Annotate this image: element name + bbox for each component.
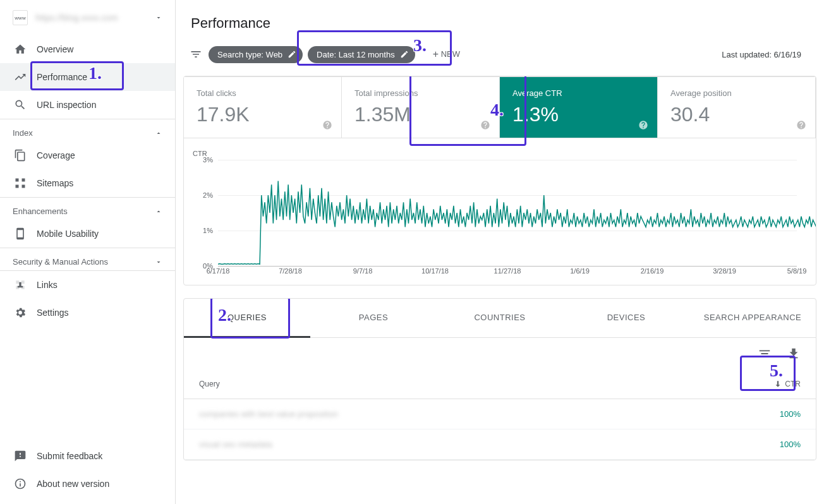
ctr-chart: 0%1%2%3% 6/17/187/28/189/7/1810/17/1811/… [197,160,803,280]
sidebar-item-coverage[interactable]: Coverage [0,141,175,169]
sidebar-item-label: Mobile Usability [37,229,99,239]
tab-search-appearance[interactable]: SEARCH APPEARANCE [689,299,816,337]
sidebar-item-label: Settings [37,308,69,318]
trend-icon [13,69,28,85]
sidebar-item-links[interactable]: Links [0,271,175,299]
x-tick: 3/28/19 [713,267,736,275]
card-average-position[interactable]: Average position 30.4 [658,77,816,138]
sidebar-section-enhancements[interactable]: Enhancements [0,197,175,220]
x-axis: 6/17/187/28/189/7/1810/17/1811/27/181/6/… [218,267,797,280]
sidebar-section-index[interactable]: Index [0,119,175,141]
table-header: Query CTR 5. [184,369,816,399]
chip-search-type[interactable]: Search type: Web [209,46,303,63]
sidebar-item-overview[interactable]: Overview [0,35,175,63]
sidebar-item-mobile-usability[interactable]: Mobile Usability [0,220,175,248]
column-header-ctr[interactable]: CTR [773,380,801,388]
x-tick: 2/16/19 [641,267,664,275]
gear-icon [13,305,28,320]
sidebar-item-label: Overview [37,44,73,54]
ctr-value: 100% [780,440,801,449]
sidebar-item-url-inspection[interactable]: URL inspection [0,91,175,119]
ctr-value: 100% [780,409,801,419]
card-average-ctr[interactable]: Average CTR 1.3% [500,77,658,138]
card-label: Average CTR [512,88,645,98]
search-icon [13,97,28,112]
pencil-icon [288,50,296,59]
card-total-impressions[interactable]: Total impressions 1.35M [342,77,500,138]
x-tick: 5/8/19 [787,267,807,275]
site-logo: www [13,10,28,25]
x-tick: 7/28/18 [279,267,302,275]
sort-down-icon [773,380,782,388]
sidebar-item-about[interactable]: About new version [0,470,175,498]
sitemap-icon [13,176,28,191]
sidebar: www https://blog.xxxx.com Overview Perfo… [0,0,176,504]
card-label: Average position [670,88,803,98]
chip-label: Date: Last 12 months [317,50,395,59]
filter-icon[interactable] [183,42,209,67]
y-tick: 1% [203,227,213,234]
y-tick: 3% [203,156,213,164]
chart-area: CTR 0%1%2%3% 6/17/187/28/189/7/1810/17/1… [184,138,816,285]
links-icon [13,277,28,292]
help-icon[interactable] [796,120,806,130]
sidebar-item-label: Performance [37,72,87,82]
pencil-icon [400,50,409,59]
x-tick: 11/27/18 [494,267,521,275]
coverage-icon [13,148,28,163]
help-icon[interactable] [322,120,332,130]
grid-line [218,266,797,267]
metric-cards: Total clicks 17.9K Total impressions 1.3… [184,76,816,138]
sidebar-item-label: Sitemaps [37,178,73,188]
sidebar-section-security[interactable]: Security & Manual Actions [0,248,175,270]
help-icon[interactable] [480,120,490,130]
feedback-icon [13,448,28,464]
tab-pages[interactable]: PAGES [310,299,437,337]
sidebar-item-sitemaps[interactable]: Sitemaps [0,169,175,197]
main-content: Performance Search type: Web Date: Last … [176,0,824,504]
phone-icon [13,226,28,241]
section-label: Enhancements [13,207,68,216]
tab-queries[interactable]: QUERIES [184,299,310,338]
y-axis: 0%1%2%3% [197,160,215,266]
column-label: CTR [785,380,801,388]
page-title: Performance [176,0,824,42]
tab-devices[interactable]: DEVICES [563,299,689,337]
sidebar-item-label: About new version [37,479,109,489]
sidebar-item-label: Submit feedback [37,451,102,461]
card-value: 30.4 [670,103,803,126]
query-text: companies with best value proposition [199,409,338,419]
help-icon[interactable] [638,120,648,130]
x-tick: 9/7/18 [353,267,373,275]
chip-date[interactable]: Date: Last 12 months [308,46,415,63]
tabs: QUERIES PAGES COUNTRIES DEVICES SEARCH A… [184,299,816,338]
chevron-down-icon [155,258,162,266]
sidebar-item-settings[interactable]: Settings [0,299,175,327]
table-tools [184,338,816,369]
download-icon[interactable] [787,347,801,361]
add-filter-button[interactable]: + NEW [427,45,466,64]
table-row[interactable]: companies with best value proposition 10… [184,399,816,429]
queries-panel: QUERIES PAGES COUNTRIES DEVICES SEARCH A… [183,298,816,460]
sidebar-item-label: Coverage [37,150,75,160]
x-tick: 1/6/19 [570,267,590,275]
table-row[interactable]: visual seo metadata 100% [184,429,816,460]
filter-icon[interactable] [758,347,772,361]
y-tick: 2% [203,191,213,199]
info-icon [13,476,28,491]
column-header-query[interactable]: Query [199,380,220,388]
new-label: NEW [441,49,460,59]
sidebar-item-performance[interactable]: Performance [0,63,175,91]
chart-line [218,160,816,266]
tab-countries[interactable]: COUNTRIES [437,299,563,337]
card-total-clicks[interactable]: Total clicks 17.9K [184,77,342,138]
filter-bar: Search type: Web Date: Last 12 months + … [176,42,824,76]
chart-ylabel: CTR [193,150,803,157]
sidebar-item-label: URL inspection [37,100,96,110]
site-picker[interactable]: www https://blog.xxxx.com [0,0,175,35]
chip-label: Search type: Web [217,50,282,59]
sidebar-item-feedback[interactable]: Submit feedback [0,442,175,470]
chevron-up-icon [155,129,162,137]
chevron-up-icon [155,208,162,215]
card-label: Total impressions [354,88,487,98]
